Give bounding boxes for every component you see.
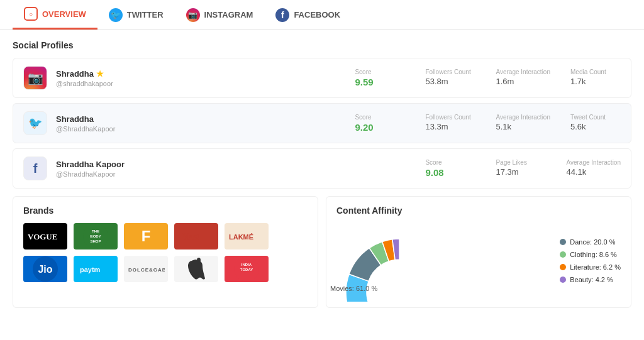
svg-text:DOLCE&GABBANA: DOLCE&GABBANA xyxy=(128,267,165,273)
profiles-list: 📷 Shraddha★ @shraddhakapoor Score 9.59 F… xyxy=(13,58,631,189)
profile-handle: @ShraddhaKapoor xyxy=(56,170,425,178)
affinity-inner: Movies: 61.0 % Dance: 20.0 % Clothing: 8… xyxy=(336,223,621,299)
nav-instagram-label: INSTAGRAM xyxy=(204,10,253,19)
star-icon: ★ xyxy=(96,69,104,79)
profile-handle: @shraddhakapoor xyxy=(56,80,355,87)
svg-text:F: F xyxy=(142,228,151,244)
brand-vogue: VOGUE xyxy=(23,223,67,250)
stat-2: Average Interaction 44.1k xyxy=(566,159,621,178)
stat-2: Average Interaction 1.6m xyxy=(496,69,550,87)
stat-value: 9.08 xyxy=(425,167,475,178)
profile-info: Shraddha @ShraddhaKapoor xyxy=(56,114,355,133)
nav-twitter[interactable]: 🐦 TWITTER xyxy=(97,0,175,30)
profile-name: Shraddha★ xyxy=(56,69,355,79)
profile-name: Shraddha Kapoor xyxy=(56,160,425,169)
twitter-icon: 🐦 xyxy=(109,8,123,22)
svg-text:THE: THE xyxy=(92,229,99,233)
profile-info: Shraddha★ @shraddhakapoor xyxy=(56,69,355,87)
stat-label: Score xyxy=(425,159,475,166)
svg-text:INDIA: INDIA xyxy=(242,263,252,266)
svg-text:BODY: BODY xyxy=(90,234,101,238)
stat-label: Followers Count xyxy=(425,114,475,121)
stat-value: 9.59 xyxy=(355,77,405,87)
stat-3: Media Count 1.7k xyxy=(570,69,621,87)
stat-0: Score 9.08 xyxy=(425,159,475,178)
stat-label: Score xyxy=(355,114,405,121)
brand-lakme: LAKMÉ xyxy=(225,223,269,250)
stat-1: Followers Count 53.8m xyxy=(425,69,475,87)
svg-point-14 xyxy=(197,258,201,263)
legend-item: Dance: 20.0 % xyxy=(560,238,621,246)
brand-paytm: paytm xyxy=(74,256,118,282)
stat-0: Score 9.20 xyxy=(355,114,405,133)
legend-dot xyxy=(560,264,566,270)
stat-value: 17.3m xyxy=(496,167,546,177)
brands-title: Brands xyxy=(23,206,308,216)
stat-label: Tweet Count xyxy=(570,114,621,121)
stat-0: Score 9.59 xyxy=(355,69,405,87)
affinity-panel: Content Affinity Movies: 61.0 % Dance: 2… xyxy=(326,196,631,308)
legend-item: Beauty: 4.2 % xyxy=(560,276,621,283)
svg-text:SHOP: SHOP xyxy=(90,239,101,243)
stat-label: Average Interaction xyxy=(496,69,550,75)
stat-label: Average Interaction xyxy=(566,159,621,166)
legend-item: Literature: 6.2 % xyxy=(560,263,621,271)
stat-1: Followers Count 13.3m xyxy=(425,114,475,133)
stat-group: Score 9.20 Followers Count 13.3m Average… xyxy=(355,114,621,133)
stat-label: Page Likes xyxy=(496,159,546,166)
nav-facebook[interactable]: f FACEBOOK xyxy=(264,0,352,30)
stat-group: Score 9.59 Followers Count 53.8m Average… xyxy=(355,69,621,87)
nav-twitter-label: TWITTER xyxy=(127,10,164,19)
svg-text:TODAY: TODAY xyxy=(240,268,253,271)
brand-flipkart: F xyxy=(124,223,168,250)
stat-value: 5.6k xyxy=(570,122,621,131)
brand-dolce-gabbana: DOLCE&GABBANA xyxy=(124,256,168,282)
affinity-title: Content Affinity xyxy=(336,206,621,216)
brands-grid: VOGUETHEBODYSHOPFVeetLAKMÉJiopaytmDOLCE&… xyxy=(23,223,308,282)
instagram-profile-icon: 📷 xyxy=(23,66,47,90)
svg-text:LAKMÉ: LAKMÉ xyxy=(229,233,253,241)
svg-text:Jio: Jio xyxy=(38,264,52,275)
profile-card-twitter: 🐦 Shraddha @ShraddhaKapoor Score 9.20 Fo… xyxy=(13,103,631,143)
stat-label: Media Count xyxy=(570,69,621,75)
nav-overview[interactable]: ○ OVERVIEW xyxy=(13,0,97,30)
facebook-icon: f xyxy=(275,8,289,22)
facebook-profile-icon: f xyxy=(23,156,47,180)
stat-value: 5.1k xyxy=(496,122,550,131)
stat-value: 44.1k xyxy=(566,167,621,177)
legend-label: Dance: 20.0 % xyxy=(570,238,615,246)
main-content: Social Profiles 📷 Shraddha★ @shraddhakap… xyxy=(0,30,644,318)
bottom-section: Brands VOGUETHEBODYSHOPFVeetLAKMÉJiopayt… xyxy=(13,196,631,308)
svg-text:paytm: paytm xyxy=(80,266,101,273)
stat-label: Average Interaction xyxy=(496,114,550,121)
legend-dot xyxy=(560,239,566,245)
stat-1: Page Likes 17.3m xyxy=(496,159,546,178)
stat-label: Followers Count xyxy=(425,69,475,75)
stat-value: 1.7k xyxy=(570,77,621,86)
brand-the-body-shop: THEBODYSHOP xyxy=(74,223,118,250)
brands-panel: Brands VOGUETHEBODYSHOPFVeetLAKMÉJiopayt… xyxy=(13,196,318,308)
profile-card-instagram: 📷 Shraddha★ @shraddhakapoor Score 9.59 F… xyxy=(13,58,631,98)
profile-handle: @ShraddhaKapoor xyxy=(56,125,355,133)
movies-label: Movies: 61.0 % xyxy=(330,285,377,292)
nav-facebook-label: FACEBOOK xyxy=(294,10,340,19)
social-profiles-title: Social Profiles xyxy=(13,40,631,50)
legend-label: Literature: 6.2 % xyxy=(570,263,621,271)
brand-veet: Veet xyxy=(174,223,218,250)
brand-india-today: INDIATODAY xyxy=(225,256,269,282)
stat-value: 9.20 xyxy=(355,122,405,133)
stat-value: 1.6m xyxy=(496,77,550,86)
overview-icon: ○ xyxy=(24,7,38,21)
navigation: ○ OVERVIEW 🐦 TWITTER 📷 INSTAGRAM f FACEB… xyxy=(0,0,644,30)
svg-text:Veet: Veet xyxy=(182,231,199,242)
twitter-profile-icon: 🐦 xyxy=(23,111,47,135)
profile-name: Shraddha xyxy=(56,114,355,124)
legend-label: Clothing: 8.6 % xyxy=(570,251,617,258)
legend-dot xyxy=(560,277,566,283)
donut-chart: Movies: 61.0 % xyxy=(336,223,462,299)
affinity-legend: Dance: 20.0 % Clothing: 8.6 % Literature… xyxy=(560,238,621,283)
stat-value: 53.8m xyxy=(425,77,475,86)
brand-apple xyxy=(174,256,218,282)
nav-instagram[interactable]: 📷 INSTAGRAM xyxy=(175,0,265,30)
profile-card-facebook: f Shraddha Kapoor @ShraddhaKapoor Score … xyxy=(13,148,631,189)
